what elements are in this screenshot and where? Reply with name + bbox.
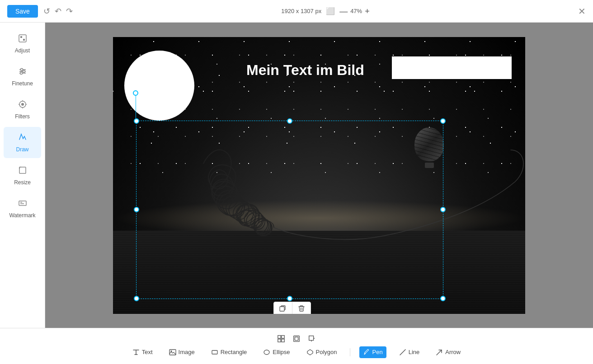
rectangle-tool-button[interactable]: Rectangle xyxy=(207,346,251,358)
close-button[interactable]: ✕ xyxy=(578,6,586,17)
image-tool-label: Image xyxy=(179,349,195,355)
dimensions-label: 1920 x 1307 px xyxy=(281,8,321,14)
svg-rect-36 xyxy=(212,350,217,354)
sidebar: Adjust Finetune xyxy=(0,23,45,328)
svg-rect-25 xyxy=(282,335,284,338)
sidebar-item-label-adjust: Adjust xyxy=(15,47,30,54)
svg-point-10 xyxy=(21,103,24,106)
pen-tool-label: Pen xyxy=(372,349,383,355)
svg-line-40 xyxy=(437,350,442,355)
sidebar-item-draw[interactable]: Draw xyxy=(4,127,41,158)
text-tool-label: Text xyxy=(142,349,153,355)
svg-rect-1 xyxy=(20,36,22,38)
polygon-tool-label: Polygon xyxy=(316,349,337,355)
image-tool-button[interactable]: Image xyxy=(165,346,198,358)
grid-tool-button[interactable] xyxy=(277,335,285,343)
svg-marker-38 xyxy=(307,350,313,355)
canvas-text-overlay: Mein Text im Bild xyxy=(246,62,364,79)
balloon-element xyxy=(412,127,446,173)
watermark-icon xyxy=(18,198,28,210)
text-tool-button[interactable]: Text xyxy=(129,346,156,358)
sidebar-item-adjust[interactable]: Adjust xyxy=(4,28,41,59)
filters-icon xyxy=(18,99,28,112)
sidebar-item-filters[interactable]: Filters xyxy=(4,94,41,125)
rectangle-tool-label: Rectangle xyxy=(221,349,247,355)
sidebar-item-finetune[interactable]: Finetune xyxy=(4,61,41,92)
arrow-tool-button[interactable]: Arrow xyxy=(432,346,464,358)
canvas-area[interactable]: Mein Text im Bild xyxy=(45,23,593,328)
svg-rect-18 xyxy=(19,201,26,205)
zoom-controls: — 47% + xyxy=(339,7,370,15)
svg-rect-24 xyxy=(278,335,281,338)
top-bar-icons: ↺ ↶ ↷ xyxy=(43,6,73,16)
line-tool-button[interactable]: Line xyxy=(395,346,424,358)
bottom-toolbar: Text Image Rectangle Ellipse xyxy=(0,328,593,364)
top-bar: Save ↺ ↶ ↷ 1920 x 1307 px ⬜ — 47% + ✕ xyxy=(0,0,593,23)
sidebar-item-label-draw: Draw xyxy=(16,146,28,153)
arrow-tool-label: Arrow xyxy=(445,349,461,355)
zoom-out-button[interactable]: — xyxy=(339,7,348,15)
svg-rect-34 xyxy=(169,350,176,355)
svg-rect-15 xyxy=(19,167,26,173)
water-area xyxy=(113,231,525,314)
svg-rect-0 xyxy=(19,35,26,42)
balloon-basket xyxy=(425,163,434,168)
balloon-stripes xyxy=(414,127,444,161)
bottom-toolbar-top xyxy=(277,335,316,343)
ellipse-tool-button[interactable]: Ellipse xyxy=(259,346,293,358)
svg-rect-27 xyxy=(282,339,284,341)
crop-tool-button[interactable] xyxy=(308,335,316,343)
svg-rect-2 xyxy=(23,39,25,41)
sidebar-item-label-watermark: Watermark xyxy=(9,212,35,219)
history-icon[interactable]: ↺ xyxy=(43,6,50,16)
adjust-icon xyxy=(18,33,28,46)
svg-rect-26 xyxy=(278,339,281,341)
water-ripple xyxy=(113,231,525,314)
svg-rect-28 xyxy=(294,336,300,341)
split-view-icon[interactable]: ⬜ xyxy=(326,7,335,15)
save-button[interactable]: Save xyxy=(7,5,38,18)
pen-tool-button[interactable]: Pen xyxy=(359,346,386,358)
balloon-body xyxy=(414,127,444,161)
svg-rect-29 xyxy=(295,337,298,340)
svg-point-7 xyxy=(23,70,25,73)
frame-tool-button[interactable] xyxy=(292,335,301,343)
main-layout: Adjust Finetune xyxy=(0,23,593,328)
white-rectangle-overlay xyxy=(392,56,512,79)
sidebar-item-watermark[interactable]: Watermark xyxy=(4,193,41,224)
zoom-level: 47% xyxy=(350,8,362,14)
divider xyxy=(350,348,350,356)
finetune-icon xyxy=(18,66,28,79)
sidebar-item-label-finetune: Finetune xyxy=(12,80,33,87)
top-bar-center: 1920 x 1307 px ⬜ — 47% + xyxy=(281,7,369,15)
redo-icon[interactable]: ↷ xyxy=(66,6,73,16)
line-tool-label: Line xyxy=(409,349,420,355)
polygon-tool-button[interactable]: Polygon xyxy=(303,346,341,358)
svg-rect-30 xyxy=(309,336,314,340)
svg-point-37 xyxy=(264,350,269,355)
svg-line-39 xyxy=(400,350,405,355)
sidebar-item-resize[interactable]: Resize xyxy=(4,160,41,191)
sidebar-item-label-filters: Filters xyxy=(15,113,30,120)
top-bar-left: Save ↺ ↶ ↷ xyxy=(7,5,73,18)
svg-point-6 xyxy=(20,69,23,71)
undo-icon[interactable]: ↶ xyxy=(55,6,61,16)
draw-icon xyxy=(18,132,28,145)
svg-point-8 xyxy=(20,72,22,75)
canvas-background: Mein Text im Bild xyxy=(113,37,525,314)
canvas-container: Mein Text im Bild xyxy=(113,37,525,314)
moon-element xyxy=(124,51,194,121)
sidebar-item-label-resize: Resize xyxy=(14,179,31,186)
zoom-in-button[interactable]: + xyxy=(365,7,370,15)
resize-icon xyxy=(18,165,28,177)
bottom-toolbar-bottom: Text Image Rectangle Ellipse xyxy=(129,346,464,358)
ellipse-tool-label: Ellipse xyxy=(273,349,290,355)
